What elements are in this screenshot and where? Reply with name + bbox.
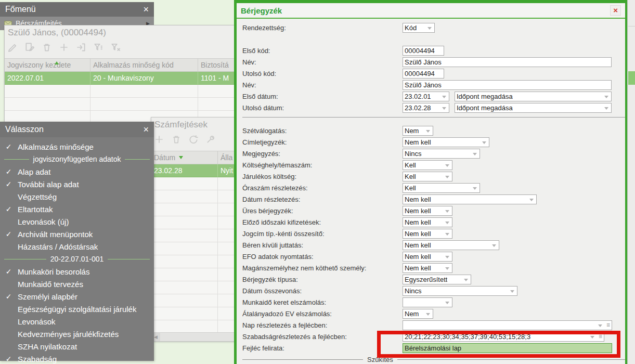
valasszon-item[interactable]: Levonások — [0, 315, 154, 328]
utolso-kod-input[interactable]: 00004494 — [403, 69, 444, 79]
elso-kod-input[interactable]: 00004494 — [403, 46, 444, 56]
chevron-down-icon[interactable] — [445, 210, 449, 213]
chevron-down-icon[interactable] — [445, 256, 449, 258]
valasszon-item[interactable]: ✓Személyi alapbér — [0, 290, 154, 303]
delete-icon[interactable] — [171, 134, 182, 145]
filter-icon[interactable] — [93, 42, 104, 53]
field-label: Név: — [242, 58, 403, 66]
field-label: Első dátum: — [242, 93, 403, 100]
chevron-down-icon[interactable] — [598, 324, 602, 327]
close-icon[interactable]: × — [143, 125, 149, 134]
edit-icon[interactable] — [7, 42, 18, 53]
valasszon-item[interactable]: Munkaidő tervezés — [0, 278, 154, 290]
valasszon-item[interactable]: ✓Szabadság — [0, 353, 154, 364]
chevron-down-icon[interactable] — [426, 130, 430, 133]
chevron-down-icon[interactable] — [510, 290, 514, 293]
ures-berjegyzek-combo[interactable]: Nem kell — [403, 206, 452, 216]
column-label: Biztosítá — [201, 61, 229, 69]
fejlec-felirata-input[interactable]: Bérelszámolási lap — [403, 343, 612, 353]
elso-datum-mode-combo[interactable]: Időpont megadása — [455, 92, 612, 101]
valasszon-item[interactable]: Egészségügyi szolgáltatási járulék — [0, 303, 154, 315]
efo-adatok-nyomtatas-combo[interactable]: Nem kell — [403, 252, 452, 262]
datum-osszevonas-combo[interactable]: Nincs — [403, 286, 517, 296]
chevron-down-icon[interactable] — [426, 313, 430, 316]
valasszon-item[interactable]: ✓Alap adat — [0, 165, 154, 178]
szabadsagreszletezes-fejlecben-input[interactable]: 20;21;22;23;30;34;35;37;39;40;53;15;28;3… — [403, 332, 604, 342]
munkaido-keret-elszamolas-combo[interactable] — [403, 297, 452, 307]
chevron-down-icon[interactable] — [445, 233, 449, 236]
column-header[interactable]: Alkalmazás minőség kód — [90, 59, 198, 71]
maganszemelyhez-nem-kotheto-combo[interactable]: Nem kell — [403, 263, 452, 273]
beren-kivuli-juttatas-combo[interactable]: Nem kell — [403, 240, 499, 250]
koltseghely-temaszam-combo[interactable]: Kell — [403, 160, 452, 170]
valasszon-item[interactable]: ✓Eltartottak — [0, 203, 154, 215]
megjegyzes-combo[interactable]: Nincs — [403, 149, 480, 159]
close-icon[interactable]: × — [610, 5, 621, 16]
cimletjegyzek-combo[interactable]: Nem kell — [403, 137, 489, 147]
chevron-down-icon[interactable] — [445, 267, 449, 270]
chevron-down-icon[interactable] — [442, 96, 446, 98]
valasszon-item[interactable]: ✓További alap adat — [0, 178, 154, 190]
valasszon-item[interactable]: Házastárs / Adóstársak — [0, 240, 154, 253]
field-value: Nem kell — [405, 138, 431, 146]
berjegyzek-tipusa-combo[interactable]: Egyszerűsített — [403, 275, 471, 284]
valasszon-item[interactable]: ✓Munkaköri besorolás — [0, 265, 154, 278]
nev-2-input[interactable]: Szülő János — [403, 80, 612, 90]
valasszon-item[interactable]: ✓Archivált menüpontok — [0, 228, 154, 240]
jogcim-tip-kenti-osszesito-combo[interactable]: Nem kell — [403, 229, 452, 239]
chevron-down-icon[interactable] — [590, 336, 594, 339]
nev-1-input[interactable]: Szülő János — [403, 57, 612, 67]
list-menu-icon[interactable]: ≡ — [599, 333, 602, 340]
chevron-down-icon[interactable] — [473, 187, 477, 190]
oraszam-reszletezes-combo[interactable]: Kell — [403, 183, 480, 193]
valasszon-titlebar[interactable]: Válasszon × — [0, 122, 154, 137]
elozo-idoszaki-kifizetesek-combo[interactable]: Nem kell — [403, 217, 452, 227]
chevron-down-icon[interactable] — [427, 27, 432, 30]
valasszon-item[interactable]: Levonások (új) — [0, 215, 154, 228]
valasszon-item[interactable]: ✓Alkalmazás minősége — [0, 140, 154, 153]
chevron-down-icon[interactable] — [464, 279, 468, 281]
pin-icon[interactable] — [205, 134, 216, 145]
rendezettseg-combo[interactable]: Kód — [403, 23, 435, 33]
valasszon-item[interactable]: SZHA nyilatkozat — [0, 340, 154, 353]
add-icon[interactable] — [153, 134, 165, 145]
chevron-down-icon[interactable] — [445, 164, 449, 167]
chevron-down-icon[interactable] — [604, 96, 608, 98]
datum-reszletezes-combo[interactable]: Nem kell — [403, 194, 537, 204]
chevron-down-icon[interactable] — [482, 141, 486, 144]
table-row[interactable]: 2022.07.0120 - Munkaviszony1101 - M — [5, 72, 235, 85]
chevron-down-icon[interactable] — [604, 107, 608, 110]
utolso-datum-combo[interactable]: 23.02.28 — [403, 103, 449, 113]
column-header[interactable]: Jogviszony kezdete — [5, 59, 90, 71]
chevron-down-icon[interactable] — [445, 302, 449, 304]
close-icon[interactable]: × — [143, 5, 149, 14]
chevron-down-icon[interactable] — [473, 153, 477, 155]
chevron-down-icon[interactable] — [529, 199, 534, 201]
chevron-down-icon[interactable] — [442, 107, 446, 110]
list-menu-icon[interactable]: ≡ — [606, 321, 610, 329]
column-header[interactable]: Dátum — [151, 151, 218, 164]
elso-datum-combo[interactable]: 23.02.01 — [403, 92, 449, 101]
import-icon[interactable] — [75, 42, 87, 53]
chevron-down-icon[interactable] — [445, 222, 449, 224]
szetvalogatas-combo[interactable]: Nem — [403, 126, 433, 136]
scrollbar-thumb[interactable] — [628, 71, 635, 85]
column-header[interactable]: Biztosítá — [198, 59, 235, 71]
valasszon-item-label: Házastárs / Adóstársak — [18, 242, 98, 251]
sheet-edit-icon[interactable] — [24, 42, 35, 53]
refresh-icon[interactable] — [188, 134, 199, 145]
delete-icon[interactable] — [41, 42, 53, 53]
fomenu-titlebar[interactable]: Főmenü × — [0, 2, 154, 17]
vertical-scrollbar[interactable] — [627, 0, 635, 364]
filter-clear-icon[interactable] — [110, 42, 121, 53]
dialog-field-row: Szétválogatás:Nem — [242, 125, 625, 136]
nap-reszletezes-fejlecben-input[interactable]: ≡ — [403, 320, 612, 330]
chevron-down-icon[interactable] — [492, 244, 496, 247]
add-icon[interactable] — [58, 42, 70, 53]
chevron-down-icon[interactable] — [445, 176, 449, 178]
jarulekos-koltseg-combo[interactable]: Kell — [403, 172, 452, 181]
valasszon-item[interactable]: Végzettség — [0, 190, 154, 203]
utolso-datum-mode-combo[interactable]: Időpont megadása — [455, 103, 612, 113]
atalanyadozo-ev-elszamolas-combo[interactable]: Nem — [403, 309, 433, 319]
valasszon-item[interactable]: Kedvezményes járulékfizetés — [0, 328, 154, 340]
